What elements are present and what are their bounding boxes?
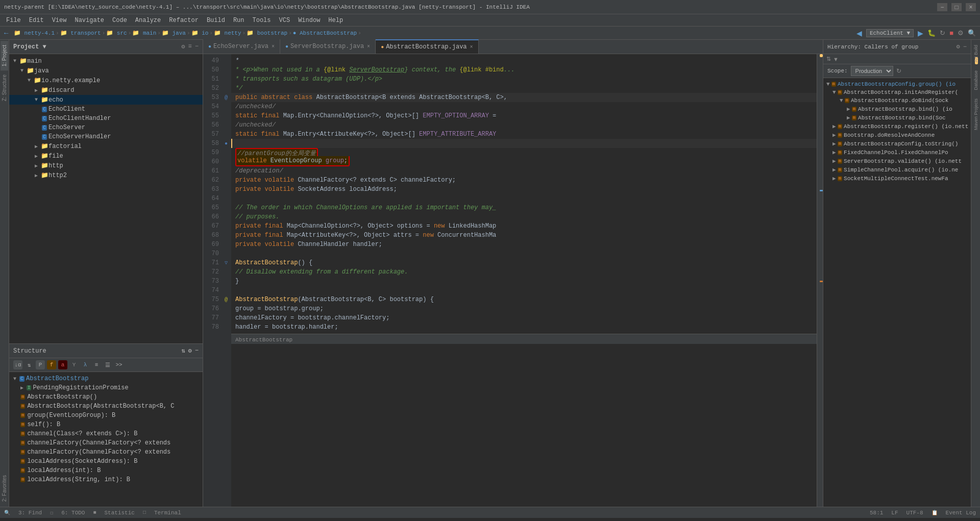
hierarchy-settings-icon[interactable]: ⚙ — [957, 43, 960, 51]
tab-database[interactable]: Database — [972, 66, 979, 94]
structure-minimize-icon[interactable]: − — [195, 347, 199, 355]
h-item-5[interactable]: ▶ m FixedChannelPool.FixedChannelPo — [823, 148, 971, 157]
project-layout-icon[interactable]: ≡ — [188, 43, 192, 51]
sort-order-icon[interactable]: ⇅ — [24, 360, 34, 369]
nav-icon-back[interactable]: ← — [4, 29, 8, 37]
tree-item-factorial[interactable]: ▶ 📁 factorial — [9, 141, 203, 151]
event-log-label[interactable]: Event Log — [946, 510, 976, 516]
position-label[interactable]: 58:1 — [870, 510, 883, 516]
other-icon[interactable]: Y — [69, 360, 79, 369]
struct-channelfactory2[interactable]: m channelFactory(ChannelFactory<? extend… — [9, 448, 203, 457]
hier-sort-btn[interactable]: ⇅ — [826, 56, 831, 62]
tree-item-echoclienthandler[interactable]: C EchoClientHandler — [9, 114, 203, 123]
menu-navigate[interactable]: Navigate — [70, 16, 108, 25]
struct-group[interactable]: m group(EventLoopGroup): B — [9, 411, 203, 420]
tree-item-http2[interactable]: ▶ 📁 http2 — [9, 170, 203, 180]
maximize-button[interactable]: □ — [951, 3, 962, 11]
code-editor[interactable]: * * <p>When not used in a {@link ServerB… — [231, 54, 817, 507]
lf-label[interactable]: LF — [891, 510, 898, 516]
menu-file[interactable]: File — [2, 16, 25, 25]
reload-btn[interactable]: ↻ — [940, 29, 945, 37]
debug-btn[interactable]: 🐛 — [927, 29, 936, 37]
nav-back-btn[interactable]: ◀ — [856, 29, 862, 37]
tab-echoserver-close[interactable]: × — [272, 44, 275, 49]
tab-echoserver[interactable]: ● EchoServer.java × — [203, 39, 280, 54]
struct-class[interactable]: ▼ C AbstractBootstrap — [9, 374, 203, 383]
structure-settings-icon[interactable]: ⚙ — [188, 347, 192, 355]
scope-refresh-btn[interactable]: ↻ — [896, 67, 901, 75]
struct-channelfactory1[interactable]: m channelFactory(ChannelFactory<? extend… — [9, 438, 203, 448]
tree-item-http[interactable]: ▶ 📁 http — [9, 161, 203, 170]
struct-localaddress2[interactable]: m localAddress(int): B — [9, 466, 203, 475]
nav-io[interactable]: 📁 io — [191, 30, 209, 36]
tree-item-file[interactable]: ▶ 📁 file — [9, 151, 203, 161]
nav-transport[interactable]: 📁 transport — [60, 30, 101, 36]
menu-code[interactable]: Code — [108, 16, 131, 25]
statistic-label[interactable]: Statistic — [104, 510, 134, 516]
minimize-button[interactable]: − — [937, 3, 947, 11]
hierarchy-minimize-icon[interactable]: − — [963, 43, 967, 51]
tree-item-discard[interactable]: ▶ 📁 discard — [9, 85, 203, 95]
tree-item-main[interactable]: ▼ 📁 main — [9, 56, 203, 66]
nav-src[interactable]: 📁 src — [106, 30, 127, 36]
tree-item-echo[interactable]: ▼ 📁 echo — [9, 95, 203, 105]
tab-project[interactable]: 1: Project — [1, 41, 8, 70]
menu-edit[interactable]: Edit — [25, 16, 48, 25]
tree-item-echoclient[interactable]: C EchoClient — [9, 105, 203, 114]
h-item-1-1-2[interactable]: ▶ m AbstractBootstrap.bind(Soc — [823, 113, 971, 122]
tab-art-build[interactable]: Art Build — [972, 41, 979, 66]
menu-window[interactable]: Window — [294, 16, 324, 25]
project-minimize-icon[interactable]: − — [195, 43, 199, 51]
menu-refactor[interactable]: Refactor — [165, 16, 203, 25]
search-nav-btn[interactable]: 🔍 — [968, 29, 976, 37]
align-icon[interactable]: ☰ — [103, 360, 112, 369]
tab-structure-side[interactable]: Z: Structure — [1, 70, 8, 105]
struct-constructor2[interactable]: m AbstractBootstrap(AbstractBootstrap<B,… — [9, 402, 203, 411]
tree-item-java[interactable]: ▼ 📁 java — [9, 66, 203, 76]
hier-expand-btn[interactable]: ▼ — [833, 56, 839, 62]
stop-btn[interactable]: ■ — [949, 29, 953, 37]
h-item-4[interactable]: ▶ m AbstractBootstrapConfig.toString() — [823, 139, 971, 148]
lambda-icon[interactable]: λ — [81, 360, 90, 369]
h-item-1[interactable]: ▼ m AbstractBootstrap.initAndRegister( — [823, 88, 971, 96]
todo-label[interactable]: 6: TODO — [61, 510, 85, 516]
h-item-8[interactable]: ▶ m SocketMultipleConnectTest.newFa — [823, 174, 971, 183]
echoClient-selector[interactable]: EchoClient ▼ — [866, 29, 914, 37]
h-item-1-1[interactable]: ▼ m AbstractBootstrap.doBind(Sock — [823, 96, 971, 105]
fields-icon[interactable]: f — [47, 360, 56, 369]
sort-alpha-icon[interactable]: ↓α — [13, 360, 22, 369]
h-item-2[interactable]: ▶ m AbstractBootstrap.register() (io.net… — [823, 122, 971, 131]
more-icon[interactable]: ≡ — [92, 360, 101, 369]
nav-abstractbootstrap[interactable]: ● AbstractBootstrap — [293, 30, 357, 36]
struct-channel[interactable]: m channel(Class<? extends C>): B — [9, 429, 203, 438]
tab-favorites[interactable]: 2: Favorites — [1, 471, 8, 506]
struct-self[interactable]: m self(): B — [9, 420, 203, 429]
h-root[interactable]: ▼ m AbstractBootstrapConfig.group() (io — [823, 80, 971, 88]
encoding-label[interactable]: UTF-8 — [906, 510, 923, 516]
tree-item-ionetty[interactable]: ▼ 📁 io.netty.example — [9, 76, 203, 85]
nav-netty[interactable]: 📁 netty-4.1 — [14, 30, 55, 36]
run-btn[interactable]: ▶ — [918, 29, 923, 37]
scope-select[interactable]: Production All — [851, 66, 893, 76]
h-item-6[interactable]: ▶ m ServerBootstrap.validate() (io.nett — [823, 157, 971, 165]
struct-constructor1[interactable]: m AbstractBootstrap() — [9, 392, 203, 402]
struct-localaddress3[interactable]: m localAddress(String, int): B — [9, 475, 203, 484]
settings-nav-btn[interactable]: ⚙ — [958, 29, 964, 37]
tree-item-echoserver[interactable]: C EchoServer — [9, 123, 203, 132]
menu-build[interactable]: Build — [203, 16, 229, 25]
nav-java[interactable]: 📁 java — [162, 30, 186, 36]
nav-bootstrap[interactable]: 📁 bootstrap — [247, 30, 287, 36]
tab-maven[interactable]: Maven Projects — [972, 94, 979, 134]
menu-vcs[interactable]: VCS — [275, 16, 295, 25]
close-button[interactable]: × — [966, 3, 976, 11]
tree-item-echoserverhandler[interactable]: C EchoServerHandler — [9, 132, 203, 141]
extra-icon[interactable]: >> — [114, 360, 124, 369]
anon-icon[interactable]: a — [58, 360, 67, 369]
tab-abstractbootstrap[interactable]: ● AbstractBootstrap.java × — [376, 39, 478, 54]
structure-sort-icon[interactable]: ⇅ — [181, 347, 185, 355]
nav-main[interactable]: 📁 main — [132, 30, 156, 36]
find-label[interactable]: 3: Find — [18, 510, 42, 516]
menu-tools[interactable]: Tools — [249, 16, 275, 25]
menu-analyze[interactable]: Analyze — [131, 16, 165, 25]
tab-abstractbootstrap-close[interactable]: × — [470, 44, 473, 50]
